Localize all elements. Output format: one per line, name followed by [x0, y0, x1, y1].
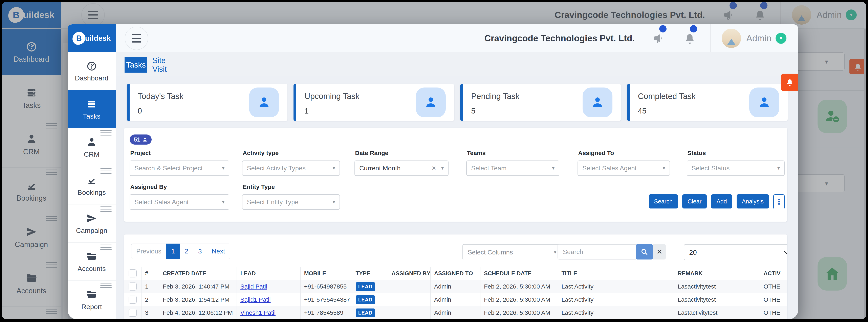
assigned-by-select[interactable]: Select Sales Agent ▾ [130, 194, 229, 210]
tab-tasks[interactable]: Tasks [125, 57, 147, 73]
sidebar-item-report[interactable]: Report [68, 281, 116, 319]
buildesk-logo: B uildesk [68, 25, 116, 52]
announcement-icon[interactable] [653, 32, 665, 44]
checkbox[interactable] [129, 295, 137, 303]
drag-handle-icon[interactable] [100, 245, 112, 250]
notification-tab[interactable] [781, 74, 798, 91]
page-previous[interactable]: Previous [131, 244, 166, 259]
column-header-schedule-date[interactable]: SCHEDULE DATE [480, 267, 558, 280]
select-value: Select Activity Types [247, 165, 333, 172]
select-columns-dropdown[interactable]: Select Columns▾ [462, 244, 562, 260]
sidebar-item-label: Dashboard [75, 75, 108, 81]
column-header-activ[interactable]: ACTIV [760, 267, 787, 280]
select-all-cell [124, 267, 141, 280]
checkbox[interactable] [129, 283, 137, 291]
table-panel: Previous123Next Select Columns▾ ✕ 20 #CR… [124, 235, 787, 319]
lead-link[interactable]: Sajid Patil [240, 283, 267, 290]
chevron-down-icon[interactable]: ▼ [776, 33, 786, 44]
table-scroll-area[interactable]: #CREATED DATELEADMOBILETYPEASSIGNED BYAS… [124, 267, 787, 319]
sidebar-item-tasks[interactable]: Tasks [68, 90, 116, 128]
logo-word: uildesk [85, 34, 111, 42]
person-icon [249, 87, 279, 117]
column-header-assigned-to[interactable]: ASSIGNED TO [430, 267, 480, 280]
stat-card-pending-task: Pending Task 5 [460, 84, 621, 121]
bell-icon[interactable] [683, 32, 696, 44]
sidebar-item-label: Report [81, 303, 102, 310]
analysis-button[interactable]: Analysis [737, 194, 769, 209]
lead-link[interactable]: Sajid1 Patil [240, 296, 271, 303]
column-header-title[interactable]: TITLE [558, 267, 674, 280]
teams-select[interactable]: Select Team ▾ [466, 160, 559, 176]
column-header-mobile[interactable]: MOBILE [300, 267, 352, 280]
sidebar-item-accounts[interactable]: Accounts [68, 243, 116, 281]
activity-type-select[interactable]: Select Activity Types ▾ [242, 160, 340, 176]
type-badge: LEAD [356, 295, 375, 304]
chevron-down-icon [784, 249, 787, 254]
page-next[interactable]: Next [207, 244, 230, 259]
sidebar-item-crm[interactable]: CRM [68, 128, 116, 166]
sidebar-item-label: CRM [84, 151, 99, 158]
drag-handle-icon[interactable] [100, 283, 112, 288]
lead-link[interactable]: Vinesh1 Patil [240, 309, 276, 316]
sidebar-item-dashboard[interactable]: Dashboard [68, 52, 116, 90]
drag-handle-icon[interactable] [100, 168, 112, 174]
logo-blob: B [72, 32, 85, 45]
tab-site-visit[interactable]: Site Visit [152, 57, 181, 73]
topbar: Cravingcode Technologies Pvt. Ltd. Admin… [116, 25, 798, 52]
filter-teams: Teams Select Team ▾ [466, 160, 559, 175]
cell-remark: Lasactivitytest [674, 293, 760, 306]
chevron-down-icon: ▾ [222, 166, 224, 171]
cell-lead: Vinesh1 Patil [237, 306, 300, 319]
stat-card-completed-task: Completed Task 45 [627, 84, 788, 121]
sidebar-item-bookings[interactable]: Bookings [68, 166, 116, 205]
chevron-down-icon: ▾ [777, 166, 780, 171]
search-button[interactable]: Search [649, 194, 678, 209]
sidebar-item-campaign[interactable]: Campaign [68, 205, 116, 243]
page-size-select[interactable]: 20 [684, 244, 787, 260]
clear-icon[interactable]: × [432, 165, 436, 172]
search-button[interactable] [636, 244, 653, 259]
menu-toggle-icon[interactable] [125, 27, 148, 50]
date-range-select[interactable]: Current Month × ▾ [354, 160, 448, 176]
page-3[interactable]: 3 [193, 244, 207, 259]
project-select[interactable]: Search & Select Project ▾ [130, 160, 229, 176]
more-options-button[interactable]: ⋮ [773, 194, 785, 209]
checkbox[interactable] [129, 270, 137, 278]
add-button[interactable]: Add [711, 194, 732, 209]
column-header-created-date[interactable]: CREATED DATE [159, 267, 237, 280]
clear-button[interactable]: Clear [682, 194, 707, 209]
select-value: Select Sales Agent [134, 199, 222, 206]
column-header-remark[interactable]: REMARK [674, 267, 760, 280]
cell-title: Last Activity [558, 306, 674, 319]
search-input[interactable] [558, 244, 636, 259]
cell-assigned-by [388, 280, 430, 293]
screen: B uildesk DashboardTasksCRMBookingsCampa… [2, 2, 866, 319]
page-1[interactable]: 1 [166, 244, 180, 259]
stat-card-today-s-task: Today's Task 0 [127, 84, 287, 121]
select-value: Current Month [359, 165, 432, 172]
clear-search-button[interactable]: ✕ [653, 244, 666, 259]
campaign-icon [86, 213, 97, 224]
column-header-lead[interactable]: LEAD [237, 267, 300, 280]
avatar[interactable] [722, 29, 741, 48]
drag-handle-icon[interactable] [100, 207, 112, 212]
column-header-assigned-by[interactable]: ASSIGNED BY [388, 267, 430, 280]
chevron-down-icon: ▾ [222, 200, 224, 205]
checkbox[interactable] [129, 309, 137, 317]
page-2[interactable]: 2 [180, 244, 193, 259]
stat-title: Pending Task [471, 92, 519, 101]
status-select[interactable]: Select Status ▾ [687, 160, 785, 176]
gauge-icon [86, 61, 97, 71]
select-value: Select Team [471, 165, 552, 172]
assigned-to-select[interactable]: Select Sales Agent ▾ [578, 160, 670, 176]
column-header-type[interactable]: TYPE [352, 267, 388, 280]
tasks-icon [86, 99, 97, 109]
tasks-window: B uildesk DashboardTasksCRMBookingsCampa… [68, 25, 798, 319]
drag-handle-icon[interactable] [100, 130, 112, 136]
notification-dot [659, 25, 666, 32]
column-header--[interactable]: # [141, 267, 159, 280]
sidebar-item-label: Campaign [76, 227, 107, 234]
company-name: Cravingcode Technologies Pvt. Ltd. [484, 33, 634, 43]
cell-mobile: +91-78545589 [300, 306, 352, 319]
entity-type-select[interactable]: Select Entity Type ▾ [242, 194, 340, 210]
